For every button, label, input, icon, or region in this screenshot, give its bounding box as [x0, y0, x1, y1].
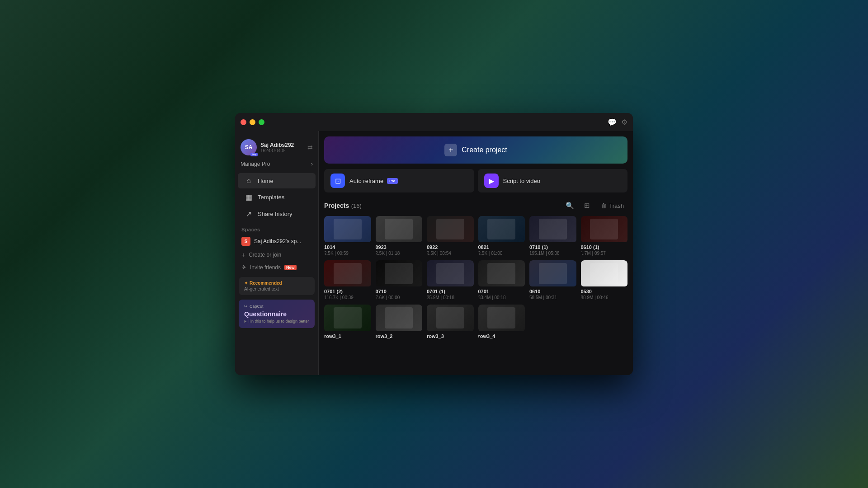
- sidebar-item-share-history[interactable]: ↗ Share history: [238, 206, 316, 222]
- create-project-button[interactable]: + Create project: [324, 136, 627, 164]
- search-button[interactable]: 🔍: [563, 199, 576, 212]
- space-item-saj[interactable]: S Saj Adibs292's sp...: [235, 234, 318, 249]
- project-meta: 88.9M | 00:46: [581, 295, 628, 300]
- project-card[interactable]: 1014 2.5K | 00:59: [324, 216, 371, 256]
- questionnaire-brand: ✂ CapCut: [244, 304, 309, 309]
- project-name: row3_2: [376, 333, 423, 339]
- thumb-face: [487, 307, 515, 328]
- thumb-face: [539, 219, 567, 240]
- ai-text-recommendation[interactable]: ✦ Recommended AI-generated text: [239, 277, 315, 295]
- questionnaire-title: Questionnaire: [244, 310, 309, 318]
- script-to-video-button[interactable]: ▶ Script to video: [478, 169, 628, 192]
- trash-button[interactable]: 🗑 Trash: [597, 201, 627, 211]
- script-to-video-icon: ▶: [484, 174, 499, 188]
- view-toggle-button[interactable]: ⊞: [580, 199, 594, 212]
- projects-count: (16): [351, 202, 362, 209]
- create-join-space[interactable]: + Create or join: [235, 249, 318, 261]
- questionnaire-section[interactable]: ✂ CapCut Questionnaire Fill in this to h…: [239, 300, 315, 328]
- thumb-face: [487, 219, 515, 240]
- project-card[interactable]: row3_4: [478, 305, 525, 339]
- project-card[interactable]: 0701 (2) 116.7K | 00:39: [324, 260, 371, 300]
- project-thumbnail: [529, 260, 576, 286]
- minimize-button[interactable]: [250, 119, 255, 125]
- project-thumbnail: [529, 216, 576, 242]
- project-name: 0610 (1): [581, 244, 628, 250]
- project-card[interactable]: 0710 7.6K | 00:00: [376, 260, 423, 300]
- project-thumbnail: [478, 260, 525, 286]
- thumb-content: [427, 216, 474, 242]
- script-to-video-label: Script to video: [503, 178, 540, 184]
- trash-label: Trash: [609, 202, 624, 209]
- main-content: + Create project ⊡ Auto reframe Pro ▶: [319, 131, 633, 375]
- thumb-face: [539, 263, 567, 284]
- project-meta: 33.4M | 00:18: [478, 295, 525, 300]
- new-badge: New: [284, 265, 297, 270]
- settings-icon[interactable]: ⚙: [621, 118, 627, 127]
- project-meta: 7.6K | 00:00: [376, 295, 423, 300]
- auto-reframe-label: Auto reframe: [349, 178, 383, 184]
- feature-row: ⊡ Auto reframe Pro ▶ Script to video: [324, 169, 627, 192]
- sidebar: SA Pro Saj Adibs292 1624370405 ⇄ Manage …: [235, 131, 319, 375]
- thumb-content: [376, 216, 423, 242]
- project-card[interactable]: 0923 2.5K | 01:18: [376, 216, 423, 256]
- thumb-content: [376, 260, 423, 286]
- projects-grid: 1014 2.5K | 00:59 0923 2.5K | 01:18 0922…: [319, 216, 633, 375]
- maximize-button[interactable]: [259, 119, 264, 125]
- project-card[interactable]: 0610 (1) 1.7M | 09:57: [581, 216, 628, 256]
- project-card[interactable]: 0701 33.4M | 00:18: [478, 260, 525, 300]
- thumb-face: [385, 219, 413, 240]
- window-controls: [241, 119, 264, 125]
- project-card[interactable]: row3_1: [324, 305, 371, 339]
- project-card[interactable]: 0821 2.5K | 01:00: [478, 216, 525, 256]
- chat-icon[interactable]: 💬: [608, 118, 617, 127]
- user-name: Saj Adibs292: [260, 142, 304, 148]
- sidebar-item-templates[interactable]: ▦ Templates: [238, 189, 316, 205]
- thumb-content: [427, 260, 474, 286]
- project-card[interactable]: row3_3: [427, 305, 474, 339]
- templates-icon: ▦: [244, 193, 253, 202]
- project-name: 0710 (1): [529, 244, 576, 250]
- project-name: row3_3: [427, 333, 474, 339]
- project-name: 0530: [581, 289, 628, 294]
- project-thumbnail: [427, 305, 474, 331]
- project-meta: 58.5M | 00:31: [529, 295, 576, 300]
- manage-pro-link[interactable]: Manage Pro ›: [235, 159, 318, 173]
- thumb-content: [478, 260, 525, 286]
- switch-account-icon[interactable]: ⇄: [307, 144, 313, 151]
- spaces-header: Spaces: [235, 222, 318, 234]
- thumb-content: [478, 216, 525, 242]
- plus-icon: +: [241, 251, 245, 258]
- project-name: 0821: [478, 244, 525, 250]
- user-section[interactable]: SA Pro Saj Adibs292 1624370405 ⇄: [235, 136, 318, 159]
- app-window: 💬 ⚙ SA Pro Saj Adibs292 1624370405 ⇄ Man…: [235, 113, 633, 375]
- home-icon: ⌂: [244, 177, 253, 185]
- project-card[interactable]: 0710 (1) 195.1M | 05:08: [529, 216, 576, 256]
- project-thumbnail: [376, 260, 423, 286]
- create-project-label: Create project: [462, 146, 507, 154]
- project-name: 0701 (1): [427, 289, 474, 294]
- sidebar-item-home[interactable]: ⌂ Home: [238, 173, 316, 188]
- projects-actions: 🔍 ⊞ 🗑 Trash: [563, 199, 627, 212]
- projects-title: Projects: [324, 202, 349, 209]
- thumb-content: [478, 305, 525, 331]
- auto-reframe-button[interactable]: ⊡ Auto reframe Pro: [324, 169, 474, 192]
- project-name: row3_4: [478, 333, 525, 339]
- app-body: SA Pro Saj Adibs292 1624370405 ⇄ Manage …: [235, 131, 633, 375]
- share-icon: ↗: [244, 210, 253, 218]
- project-card[interactable]: 0701 (1) 25.9M | 00:18: [427, 260, 474, 300]
- invite-friends-item[interactable]: ✈ Invite friends New: [235, 261, 318, 273]
- project-card[interactable]: 0922 2.5K | 00:54: [427, 216, 474, 256]
- project-meta: 195.1M | 05:08: [529, 251, 576, 256]
- avatar: SA Pro: [241, 139, 257, 155]
- project-card[interactable]: 0530 88.9M | 00:46: [581, 260, 628, 300]
- thumb-content: [324, 216, 371, 242]
- project-card[interactable]: row3_2: [376, 305, 423, 339]
- project-meta: 2.5K | 00:54: [427, 251, 474, 256]
- project-thumbnail: [427, 216, 474, 242]
- project-card[interactable]: 0610 58.5M | 00:31: [529, 260, 576, 300]
- project-thumbnail: [376, 305, 423, 331]
- project-meta: 2.5K | 00:59: [324, 251, 371, 256]
- thumb-content: [529, 216, 576, 242]
- close-button[interactable]: [241, 119, 246, 125]
- chevron-right-icon: ›: [311, 161, 313, 167]
